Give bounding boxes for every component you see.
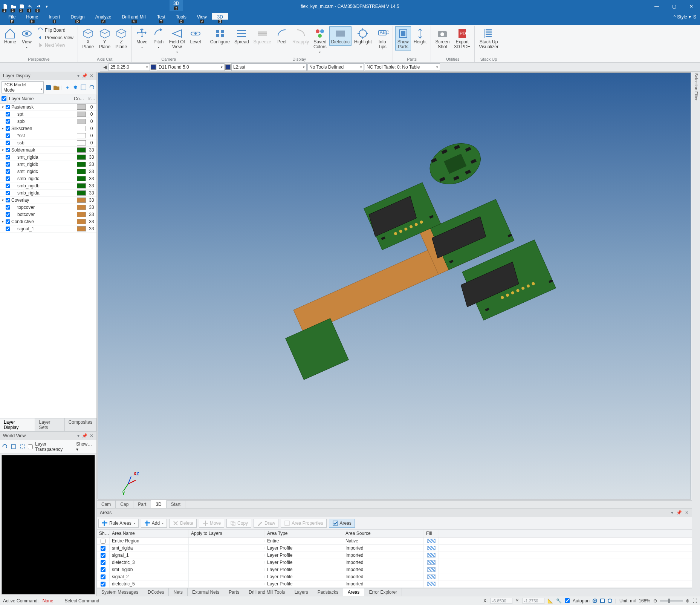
- ribbon-highlight[interactable]: Highlight: [352, 26, 374, 46]
- qat-redo-icon[interactable]: 5: [35, 3, 42, 10]
- snap-radio-1[interactable]: [593, 599, 597, 603]
- layer-select[interactable]: L2:sst: [231, 63, 307, 71]
- areas-dropdown-icon[interactable]: ▾: [671, 510, 673, 515]
- menu-3d[interactable]: 3D3: [212, 13, 228, 20]
- ribbon-home[interactable]: Home: [2, 26, 18, 46]
- layer-row[interactable]: ·*sst0: [0, 132, 96, 139]
- layer-row[interactable]: ·smt_rigidb33: [0, 161, 96, 168]
- layer-group-row[interactable]: ▾Conductive33: [0, 218, 96, 225]
- menu-test[interactable]: TestT: [152, 13, 171, 20]
- tab-layersets[interactable]: Layer Sets: [35, 418, 64, 431]
- btab-dcodes[interactable]: DCodes: [143, 588, 169, 596]
- qat-undo-icon[interactable]: 4: [26, 3, 34, 10]
- btn-rule-areas[interactable]: Rule Areas▾: [98, 519, 139, 528]
- ribbon-export3dpdf[interactable]: PDFExport 3D PDF: [452, 26, 472, 51]
- area-row[interactable]: signal_2Layer ProfileImported: [97, 573, 692, 580]
- menu-file[interactable]: FileF: [3, 13, 21, 20]
- subbar-prev-icon[interactable]: ◀: [102, 64, 108, 70]
- menu-insert[interactable]: InsertI: [43, 13, 65, 20]
- wv-close-icon[interactable]: ✕: [90, 433, 93, 438]
- layer-row[interactable]: ·topcover33: [0, 204, 96, 211]
- btn-draw-area[interactable]: Draw: [254, 519, 278, 528]
- wv-select-icon[interactable]: [19, 443, 26, 450]
- qat-dropdown-icon[interactable]: ▾: [43, 3, 50, 10]
- ribbon-savedcolors[interactable]: Saved Colors▾: [312, 26, 329, 56]
- zoom-out-icon[interactable]: ⊖: [653, 598, 657, 603]
- area-row[interactable]: signal_1Layer ProfileImported: [97, 552, 692, 559]
- btn-delete-area[interactable]: Delete: [169, 519, 197, 528]
- save-icon[interactable]: [45, 84, 52, 91]
- tab-cam[interactable]: Cam: [97, 501, 116, 508]
- tab-layerdisplay[interactable]: Layer Display: [0, 418, 35, 431]
- layer-row[interactable]: ·botcover33: [0, 211, 96, 218]
- area-row[interactable]: smt_rigidbLayer ProfileImported: [97, 566, 692, 573]
- ribbon-zplane[interactable]: Z Plane: [113, 26, 129, 51]
- selection-filter-rail[interactable]: Selection Filter: [692, 72, 700, 596]
- ribbon-showparts[interactable]: Show Parts: [395, 26, 411, 51]
- ribbon-level[interactable]: Level: [188, 26, 203, 46]
- ribbon-height[interactable]: Height: [412, 26, 429, 46]
- tab-cap[interactable]: Cap: [116, 501, 133, 508]
- panel-close-icon[interactable]: ✕: [90, 73, 93, 78]
- tab-start[interactable]: Start: [167, 501, 185, 508]
- tab-composites[interactable]: Composites: [65, 418, 96, 431]
- btn-areas-toggle[interactable]: Areas: [329, 519, 355, 528]
- scale-select[interactable]: 25.0:25.0: [109, 63, 150, 71]
- layer-group-row[interactable]: ▾Coverlay33: [0, 197, 96, 204]
- qat-save-icon[interactable]: 3: [18, 3, 26, 10]
- layer-row[interactable]: ·smb_rigidc33: [0, 175, 96, 182]
- wv-pin-icon[interactable]: 📌: [82, 433, 87, 438]
- ribbon-pitch[interactable]: Pitch▾: [151, 26, 167, 51]
- menu-home[interactable]: HomeH: [21, 13, 43, 20]
- btn-copy-area[interactable]: Copy: [226, 519, 251, 528]
- areas-close-icon[interactable]: ✕: [685, 510, 689, 515]
- ribbon-stackup[interactable]: Stack Up Visualizer: [477, 26, 500, 51]
- btab-padstacks[interactable]: Padstacks: [313, 588, 343, 596]
- ribbon-xplane[interactable]: X Plane: [80, 26, 96, 51]
- ribbon-move[interactable]: Move▾: [134, 26, 150, 51]
- snap-radio-2[interactable]: [600, 599, 605, 603]
- add-layer-icon[interactable]: ＋: [64, 84, 71, 91]
- unit-label[interactable]: Unit: mil: [619, 598, 636, 603]
- autopan-checkbox[interactable]: [565, 598, 570, 603]
- tools-select[interactable]: No Tools Defined: [307, 63, 364, 71]
- menu-style[interactable]: ^ Style ▾ S: [670, 13, 700, 21]
- btab-dmtools[interactable]: Drill and Mill Tools: [244, 588, 290, 596]
- area-row[interactable]: smt_rigidaLayer ProfileImported: [97, 545, 692, 552]
- ribbon-screenshot[interactable]: Screen Shot: [433, 26, 451, 51]
- remove-layer-icon[interactable]: ✱: [72, 84, 79, 91]
- areas-pin-icon[interactable]: 📌: [676, 510, 682, 515]
- btn-area-properties[interactable]: Area Properties: [281, 519, 326, 528]
- coord-x-field[interactable]: [491, 598, 512, 604]
- ribbon-fov[interactable]: Field Of View▾: [167, 26, 187, 56]
- menu-design[interactable]: DesignD: [65, 13, 90, 20]
- open-icon[interactable]: [53, 84, 60, 91]
- zoom-fit-icon[interactable]: ⛶: [692, 598, 697, 603]
- layer-group-row[interactable]: ▾Pastemask0: [0, 104, 96, 111]
- ribbon-yplane[interactable]: Y Plane: [97, 26, 113, 51]
- btab-parts[interactable]: Parts: [224, 588, 244, 596]
- ribbon-peel[interactable]: Peel: [274, 26, 290, 46]
- btab-areas[interactable]: Areas: [343, 588, 364, 596]
- area-row[interactable]: Entire RegionEntireNative: [97, 538, 692, 545]
- menu-drillmill[interactable]: Drill and MillM: [116, 13, 151, 20]
- title-tab-3d[interactable]: 3D3: [170, 0, 183, 11]
- tab-3d[interactable]: 3D: [151, 500, 166, 508]
- layer-row[interactable]: ·spt0: [0, 111, 96, 118]
- btn-move-area[interactable]: Move: [199, 519, 224, 528]
- refresh-icon[interactable]: [89, 84, 95, 91]
- coord-y-field[interactable]: [523, 598, 544, 604]
- ribbon-view[interactable]: View▾: [19, 26, 35, 51]
- areas-grid[interactable]: Sh… Area Name Apply to Layers Area Type …: [97, 530, 692, 588]
- layer-row[interactable]: ·ssb0: [0, 139, 96, 147]
- layer-row[interactable]: ·smt_rigida33: [0, 154, 96, 161]
- tab-part[interactable]: Part: [133, 501, 151, 508]
- layer-options-icon[interactable]: [80, 84, 87, 91]
- wv-rotate-icon[interactable]: [2, 443, 8, 450]
- world-view-canvas[interactable]: [2, 455, 95, 594]
- wv-show-dropdown[interactable]: Show… ▾: [76, 441, 95, 452]
- layer-group-row[interactable]: ▾Silkscreen0: [0, 125, 96, 132]
- ribbon-flipboard[interactable]: Flip Board: [35, 26, 75, 34]
- ribbon-dielectric[interactable]: Dielectric: [329, 26, 352, 46]
- zoom-in-icon[interactable]: ⊕: [686, 598, 689, 603]
